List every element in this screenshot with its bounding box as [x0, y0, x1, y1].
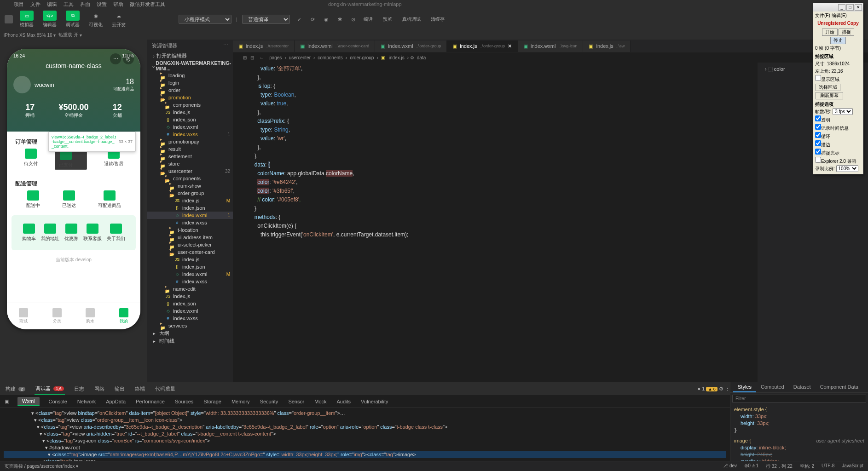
file-explorer: 资源管理器⋯ ›打开的编辑器 ⌄DONGXIN-WATERMARKETING-M… — [147, 40, 233, 382]
cart-item[interactable]: 购物车 — [22, 224, 36, 242]
devtools-panel: 构建 2 调试器 1,6 日志 网络 输出 终端 代码质量 ● 1 ▲ 6 ⚙ … — [0, 382, 868, 471]
tree-item[interactable]: JSindex.js — [147, 109, 233, 116]
tabbar: 商城 分类 购水 我的 — [7, 303, 140, 329]
error-badge[interactable]: ● 1 — [698, 386, 705, 391]
tree-item[interactable]: ▾ 📂promotion — [147, 94, 233, 101]
editor-tab[interactable]: ▣ index.wxml ..\order-group — [375, 40, 447, 52]
start-btn[interactable]: 开始 — [822, 29, 838, 36]
preview-action[interactable]: 预览 — [383, 16, 392, 23]
tree-item[interactable]: ▸ 📁num-show — [147, 182, 233, 190]
editor-tab[interactable]: ▣ index.wxml ..\svg-icon — [518, 40, 583, 52]
close-icon[interactable]: ✕ — [855, 4, 862, 11]
tree-item[interactable]: ◇index.wxmlM — [147, 270, 233, 278]
simulator-panel: 16:24100% custom-name-class ⋯◎ wocwin 18… — [0, 40, 147, 382]
branch-indicator[interactable]: ⎇ dev — [723, 463, 737, 470]
tree-item[interactable]: ▾ 📂usercenter32 — [147, 167, 233, 175]
editor-tab[interactable]: ▣ index.js ..\usercenter — [233, 40, 295, 52]
tab-buy[interactable]: 购水 — [74, 303, 107, 329]
bug-icon[interactable]: ✱ — [338, 17, 342, 23]
minimize-icon[interactable]: _ — [838, 4, 845, 11]
delivery-section: 配送管理 配送中 已送达 可配送商品 — [12, 176, 136, 213]
tree-item[interactable]: #index.wxss — [147, 219, 233, 226]
stop-btn[interactable]: 停止 — [830, 37, 846, 44]
tree-item[interactable]: JSindex.js — [147, 256, 233, 263]
tree-item[interactable]: ▸ 📁t-location — [147, 226, 233, 234]
tree-item[interactable]: {}index.json — [147, 300, 233, 307]
avatar[interactable] — [13, 76, 31, 93]
debugger-button[interactable]: ⧉调试器 — [64, 11, 82, 28]
main-toolbar: ▭模拟器 </>编辑器 ⧉调试器 ◉可视化 ☁云开发 小程序模式 | 普通编译 … — [0, 8, 868, 30]
simulator-button[interactable]: ▭模拟器 — [17, 11, 36, 28]
capsule-close-icon[interactable]: ◎ — [123, 53, 134, 64]
editor-tabs: ▣ index.js ..\usercenter▣ index.wxml ..\… — [233, 40, 868, 52]
tree-item[interactable]: ▸ 📁ui-address-item — [147, 234, 233, 241]
editor-button[interactable]: </>编辑器 — [41, 11, 59, 28]
cloud-button[interactable]: ☁云开发 — [110, 11, 128, 28]
address-item[interactable]: 我的地址 — [41, 224, 59, 242]
status-bar: 页面路径 / pages/usercenter/index ▾ ⎇ dev ⊗0… — [0, 461, 868, 471]
tree-item[interactable]: JSindex.js — [147, 293, 233, 300]
tree-item[interactable]: ▸ 📁name-edit — [147, 285, 233, 293]
style-filter[interactable] — [732, 395, 866, 402]
compile-select[interactable]: 普通编译 — [242, 15, 290, 24]
tree-item[interactable]: ◇index.wxml1 — [147, 212, 233, 219]
editor-tab[interactable]: ▣ index.wxml ..\user-center-card — [295, 40, 375, 52]
tree-item[interactable]: #index.wxss — [147, 278, 233, 285]
code-editor: ▣ index.js ..\usercenter▣ index.wxml ..\… — [233, 40, 868, 382]
remote-debug-action[interactable]: 真机调试 — [402, 16, 421, 23]
tree-item[interactable]: ▸ 📁components — [147, 101, 233, 109]
devtools-tabs: 构建 2 调试器 1,6 日志 网络 输出 终端 代码质量 ● 1 ▲ 6 ⚙ … — [0, 382, 730, 395]
tree-item[interactable]: ▾ 📂user-center-card — [147, 248, 233, 256]
tree-item[interactable]: ▾ 📂order-group — [147, 190, 233, 197]
wxml-tab[interactable]: Wxml — [17, 397, 40, 406]
refresh-icon[interactable]: ⟳ — [311, 17, 315, 23]
pending-pay-item[interactable]: 待支付 — [24, 149, 38, 170]
can-deliver-item[interactable]: 可配送商品 — [98, 190, 121, 209]
tree-item[interactable]: ◇index.wxml — [147, 123, 233, 131]
editor-tab[interactable]: ▣ index.js ..\order-group ✕ — [447, 40, 518, 52]
device-bar: iPhone XS Max 85% 16 ▾ 热重载 开 ▾ — [0, 30, 868, 40]
delivering-item[interactable]: 配送中 — [26, 190, 40, 209]
tree-item[interactable]: {}index.json — [147, 116, 233, 123]
explorer-more-icon[interactable]: ⋯ — [223, 42, 228, 49]
tab-category[interactable]: 分类 — [41, 303, 74, 329]
about-item[interactable]: 关于我们 — [107, 224, 125, 242]
tab-shop[interactable]: 商城 — [7, 303, 41, 329]
phone-frame: 16:24100% custom-name-class ⋯◎ wocwin 18… — [7, 49, 140, 329]
tree-item[interactable]: JSindex.jsM — [147, 197, 233, 204]
app-icon — [5, 15, 13, 23]
service-item[interactable]: 联系客服 — [83, 224, 102, 242]
eye-icon[interactable]: ◉ — [324, 17, 329, 23]
coupon-item[interactable]: 优惠券 — [64, 224, 78, 242]
code-area[interactable]: value: '全部订单', },⌄ isTop: { type: Boolea… — [233, 63, 758, 382]
inspect-icon[interactable]: ▣ — [5, 398, 9, 404]
tree-item[interactable]: ▸ 📁services — [147, 322, 233, 329]
tree-item[interactable]: {}index.json — [147, 204, 233, 212]
compile-action[interactable]: 编译 — [364, 16, 373, 23]
capture-btn[interactable]: 捕捉 — [839, 29, 854, 36]
visual-button[interactable]: ◉可视化 — [87, 11, 105, 28]
clear-cache-action[interactable]: 清缓存 — [431, 16, 445, 23]
quality-icon[interactable]: ✓ — [297, 17, 301, 23]
tree-item[interactable]: ◇index.wxml — [147, 307, 233, 315]
project-name: dongxin-watermarketing-miniapp — [328, 1, 402, 7]
tab-me[interactable]: 我的 — [107, 303, 141, 329]
project-root[interactable]: ⌄DONGXIN-WATERMARKETING-MINI... — [147, 60, 233, 72]
capsule-menu-icon[interactable]: ⋯ — [110, 53, 121, 64]
tree-item[interactable]: ▸大纲 — [147, 329, 233, 337]
tree-item[interactable]: ▸ 📁ui-select-picker — [147, 241, 233, 248]
tree-item[interactable]: {}index.json — [147, 263, 233, 270]
brush-icon[interactable]: ⊘ — [351, 17, 355, 23]
capture-tool-window[interactable]: _□✕ 文件(F) 编辑(E) Unregistered Copy 开始捕捉停止… — [813, 3, 863, 174]
maximize-icon[interactable]: □ — [846, 4, 854, 11]
mode-select[interactable]: 小程序模式 — [179, 15, 231, 24]
tab-debugger[interactable]: 调试器 1,6 — [35, 383, 65, 395]
tree-item[interactable]: ▾ 📂components — [147, 175, 233, 182]
styles-panel: Styles Computed Dataset Component Data e… — [730, 382, 868, 471]
breadcrumb[interactable]: ⊞⊟ ← pages › usercenter › components › o… — [233, 52, 868, 63]
editor-tab[interactable]: ▣ index.js ..\sw — [583, 40, 631, 52]
open-editors[interactable]: ›打开的编辑器 — [147, 52, 233, 60]
delivered-item[interactable]: 已送达 — [62, 190, 76, 209]
tree-item[interactable]: ▸时间线 — [147, 337, 233, 345]
styles-tab[interactable]: Styles — [733, 382, 756, 392]
